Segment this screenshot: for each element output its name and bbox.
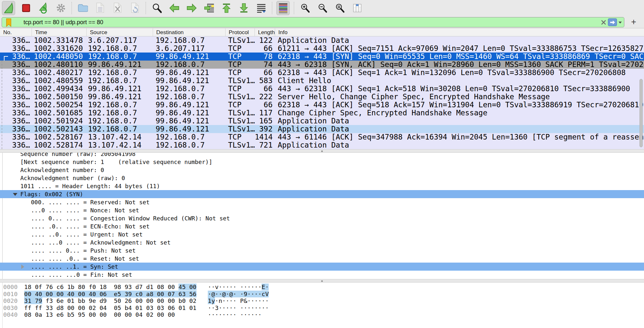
column-header-destination[interactable]: Destination (153, 28, 226, 36)
capture-options-icon[interactable] (54, 1, 67, 15)
cell-no: 336… (0, 36, 32, 44)
column-header-no[interactable]: No. (0, 28, 32, 36)
detail-text: .... .0.. .... = ECN-Echo: Not set (31, 223, 149, 230)
hex-ascii[interactable]: ········ ······ (208, 311, 262, 318)
go-back-icon[interactable] (168, 1, 181, 15)
cell-no: 336… (0, 69, 32, 77)
detail-line[interactable]: .... .0.. .... = ECN-Echo: Not set (0, 222, 644, 230)
column-header-length[interactable]: Length (255, 28, 275, 36)
cell-info: Server Hello, Change Cipher Spec, Encryp… (275, 93, 644, 101)
detail-line[interactable]: .... .... ..1. = Syn: Set (0, 263, 644, 271)
detail-line[interactable]: ...0 .... .... = Nonce: Not set (0, 206, 644, 214)
packet-row[interactable]: 336…1002.501685192.168.0.799.86.49.121TL… (0, 109, 644, 117)
resize-columns-icon[interactable] (351, 1, 364, 15)
column-header-source[interactable]: Source (87, 28, 153, 36)
zoom-in-icon[interactable] (298, 1, 312, 15)
packet-row[interactable]: 336…1002.52816713.107.42.14192.168.0.7TC… (0, 133, 644, 141)
hex-bytes[interactable]: ff ff 33 d8 00 00 02 04 05 b4 01 03 03 0… (24, 304, 197, 312)
zoom-out-icon[interactable] (316, 1, 329, 15)
filter-add-button[interactable]: + (628, 17, 639, 28)
go-forward-icon[interactable] (185, 1, 198, 15)
hex-ascii[interactable]: ·@··@·@· ·9····cV (208, 291, 269, 298)
detail-line[interactable]: Sequence number (raw): 2005041998 (0, 153, 644, 158)
packet-row[interactable]: 336…1002.501924192.168.0.799.86.49.121TL… (0, 117, 644, 125)
detail-line[interactable]: Flags: 0x002 (SYN) (0, 190, 644, 198)
column-header-info[interactable]: Info (275, 28, 644, 36)
hex-row[interactable]: 000018 0f 76 c6 1b 80 f0 18 98 93 d7 d1 … (0, 284, 644, 291)
auto-scroll-icon[interactable] (255, 1, 268, 15)
cell-length: 122 (255, 36, 275, 44)
colorize-icon[interactable] (276, 1, 290, 15)
packet-row[interactable]: 336…1002.3314783.6.207.117192.168.0.7TLS… (0, 36, 644, 44)
hex-bytes[interactable]: 18 0f 76 c6 1b 80 f0 18 98 93 d7 d1 08 0… (24, 284, 197, 291)
packet-row[interactable]: 336…1002.331620192.168.0.73.6.207.117TCP… (0, 44, 644, 53)
detail-line[interactable]: 000. .... .... = Reserved: Not set (0, 198, 644, 206)
open-file-icon[interactable] (76, 1, 89, 15)
cell-no: 336… (0, 61, 32, 69)
go-to-bottom-icon[interactable] (237, 1, 250, 15)
stop-capture-icon[interactable] (19, 1, 33, 15)
detail-line[interactable]: .... ...0 .... = Acknowledgment: Not set (0, 238, 644, 246)
filter-apply-button[interactable] (608, 18, 617, 26)
tree-expander-icon[interactable] (21, 265, 24, 269)
cell-length: 165 (255, 117, 275, 125)
restart-capture-icon[interactable] (37, 1, 50, 15)
detail-line[interactable]: [Next sequence number: 1 (relative seque… (0, 158, 644, 166)
packet-row[interactable]: 336…1002.502143192.168.0.799.86.49.121TL… (0, 125, 644, 133)
zoom-reset-icon[interactable] (333, 1, 346, 15)
pane-splitter-top[interactable] (0, 149, 644, 153)
detail-line[interactable]: .... ..0. .... = Urgent: Not set (0, 230, 644, 238)
tree-expander-icon[interactable] (13, 193, 17, 196)
column-header-protocol[interactable]: Protocol (226, 28, 255, 36)
detail-line[interactable]: Acknowledgment number (raw): 0 (0, 174, 644, 182)
cell-length: 66 (255, 101, 275, 109)
hex-bytes[interactable]: 08 0a 13 e6 b5 95 00 00 00 00 04 02 00 0… (24, 311, 175, 318)
hex-ascii[interactable]: ··3····· ········ (208, 304, 269, 312)
cell-protocol: TLSv1… (226, 93, 255, 101)
hex-row[interactable]: 002031 79 f3 6e 01 bb 9e d9 50 26 00 00 … (0, 297, 644, 304)
hex-ascii[interactable]: 1y·n···· P&······ (208, 297, 269, 304)
detail-text: .... .... ...0 = Fin: Not set (31, 271, 132, 278)
wireshark-window: tcp.port == 80 || udp.port == 80 + No.Ti… (0, 0, 644, 328)
hex-offset: 0000 (3, 284, 18, 291)
detail-line[interactable]: .... .... 0... = Push: Not set (0, 246, 644, 255)
cell-info: Application Data (275, 117, 644, 125)
packet-row[interactable]: 336…1002.480217192.168.0.799.86.49.121TC… (0, 69, 644, 77)
detail-line[interactable]: .... .... ...0 = Fin: Not set (0, 271, 644, 279)
hex-bytes[interactable]: 00 40 00 00 40 00 40 06 e5 39 c0 a8 00 0… (24, 291, 197, 298)
find-packet-icon[interactable] (150, 1, 163, 15)
go-to-top-icon[interactable] (220, 1, 233, 15)
hex-bytes[interactable]: 31 79 f3 6e 01 bb 9e d9 50 26 00 00 00 0… (24, 297, 197, 304)
start-capture-icon[interactable] (2, 1, 15, 15)
packet-row[interactable]: 336…1002.480559192.168.0.799.86.49.121TL… (0, 77, 644, 85)
hex-row[interactable]: 004008 0a 13 e6 b5 95 00 00 00 00 04 02 … (0, 311, 644, 318)
detail-line[interactable]: 1011 .... = Header Length: 44 bytes (11) (0, 182, 644, 190)
packet-row[interactable]: 336…1002.448050192.168.0.799.86.49.121TC… (0, 53, 644, 61)
toolbar (0, 0, 644, 16)
hex-ascii[interactable]: ··v····· ······E· (208, 284, 269, 291)
filter-dropdown-caret-icon[interactable] (619, 22, 622, 24)
detail-line[interactable]: .... .... .0.. = Reset: Not set (0, 255, 644, 263)
cell-source: 13.107.42.14 (87, 141, 153, 149)
filter-clear-icon[interactable] (601, 20, 606, 26)
packet-row[interactable]: 336…1002.48011099.86.49.121192.168.0.7TC… (0, 61, 644, 69)
packet-row[interactable]: 336…1002.500254192.168.0.799.86.49.121TC… (0, 101, 644, 109)
display-filter-input[interactable]: tcp.port == 80 || udp.port == 80 (2, 17, 624, 27)
packet-list-scrollbar-thumb[interactable] (639, 79, 643, 147)
cell-destination: 192.168.0.7 (153, 36, 226, 44)
packet-row[interactable]: 336…1002.50015099.86.49.121192.168.0.7TL… (0, 93, 644, 101)
pane-splitter-bottom[interactable] (0, 279, 644, 283)
cell-time: 1002.499434 (32, 85, 87, 93)
go-to-packet-icon[interactable] (202, 1, 216, 15)
hex-row[interactable]: 001000 40 00 00 40 00 40 06 e5 39 c0 a8 … (0, 291, 644, 298)
cell-length: 66 (255, 44, 275, 53)
packet-row[interactable]: 336…1002.52817413.107.42.14192.168.0.7TL… (0, 141, 644, 149)
column-header-time[interactable]: Time (32, 28, 87, 36)
hex-row[interactable]: 0030ff ff 33 d8 00 00 02 04 05 b4 01 03 … (0, 304, 644, 312)
packet-row[interactable]: 336…1002.49943499.86.49.121192.168.0.7TC… (0, 85, 644, 93)
detail-line[interactable]: Acknowledgment number: 0 (0, 166, 644, 174)
detail-line[interactable]: .... 0... .... = Congestion Window Reduc… (0, 214, 644, 222)
cell-time: 1002.480217 (32, 69, 87, 77)
filter-bookmark-icon[interactable] (5, 18, 12, 28)
toolbar-separator (146, 2, 146, 14)
